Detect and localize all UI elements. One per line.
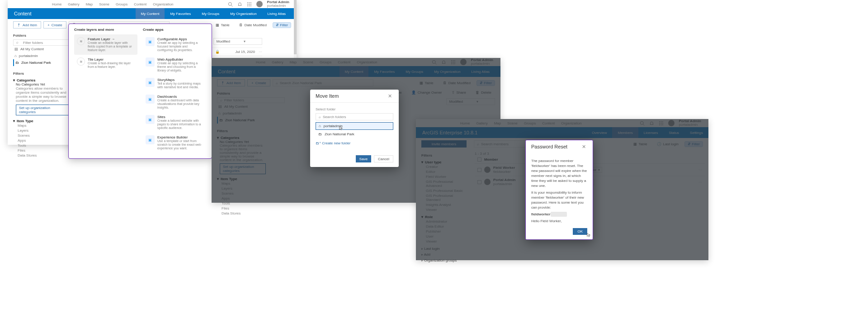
- mouse-cursor: [587, 233, 591, 237]
- filter-item-type-toggle[interactable]: ▾Item Type: [13, 119, 70, 123]
- svg-point-10: [250, 5, 251, 6]
- user-block[interactable]: Portal Admin portaladmin: [267, 0, 289, 8]
- folder-label: Zion National Park: [21, 61, 51, 65]
- date-modified-button[interactable]: 🗓Date Modified: [236, 21, 270, 29]
- close-icon[interactable]: ✕: [388, 93, 393, 99]
- create-option-sites[interactable]: ▣SitesCreate a tailored website with pag…: [143, 112, 206, 133]
- create-option-feature-layer[interactable]: ≋Feature Layer →Create an editable layer…: [74, 34, 137, 55]
- svg-point-0: [228, 2, 231, 5]
- nav-map[interactable]: Map: [86, 2, 93, 6]
- home-icon: ⌂: [14, 54, 17, 58]
- add-item-label: Add Item: [23, 23, 37, 27]
- create-option-web-appbuilder[interactable]: ▣Web AppBuilderCreate an app by selectin…: [143, 55, 206, 75]
- create-button[interactable]: Create: [43, 21, 66, 29]
- create-option-tile-layer[interactable]: ≋Tile LayerCreate a fast-drawing tile la…: [74, 55, 137, 71]
- filter-option[interactable]: Data Stores: [222, 211, 266, 216]
- avatar[interactable]: [256, 1, 263, 7]
- apps-grid-icon[interactable]: [247, 2, 252, 7]
- app-icon: ▣: [146, 78, 155, 87]
- ok-button[interactable]: OK: [573, 228, 587, 235]
- sort-selector[interactable]: Modified: [213, 38, 262, 45]
- filters-heading: Filters: [13, 71, 70, 76]
- reset-user-line: fieldworkerxxxxxxxxx: [531, 212, 587, 217]
- filter-option[interactable]: Data Stores: [18, 153, 70, 158]
- folder-option-zion[interactable]: 🗀Zion National Park: [316, 131, 393, 138]
- reset-username: fieldworker: [531, 212, 551, 216]
- filter-option[interactable]: Apps: [18, 138, 70, 143]
- app-icon: ▣: [146, 95, 155, 104]
- filter-option[interactable]: Maps: [18, 123, 70, 128]
- top-nav: Home Gallery Map Scene Groups Content Or…: [8, 0, 297, 8]
- create-option-experience-builder[interactable]: ▣Experience BuilderUse a template or sta…: [143, 133, 206, 153]
- folders-heading: Folders: [13, 33, 70, 38]
- setup-categories-button[interactable]: Set up organization categories: [16, 105, 70, 115]
- create-option-storymaps[interactable]: ▣StoryMapsTell a story by combining maps…: [143, 75, 206, 92]
- modal-title: Move Item: [316, 93, 339, 99]
- tab-my-organization[interactable]: My Organization: [225, 8, 262, 19]
- svg-line-1: [231, 5, 232, 6]
- filter-icon: ⌕: [16, 40, 21, 45]
- filter-option[interactable]: Scenes: [18, 133, 70, 138]
- add-item-button[interactable]: ⭱Add Item: [13, 21, 41, 29]
- select-folder-label: Select folder: [316, 107, 393, 111]
- content-bar: Content My Content My Favorites My Group…: [8, 8, 297, 19]
- filter-option[interactable]: Tools: [18, 143, 70, 148]
- folder-all-my-content[interactable]: ▤All My Content: [13, 46, 70, 52]
- filter-chip[interactable]: ⇵ Filter: [273, 22, 291, 28]
- more-icon[interactable]: ⋯: [259, 50, 262, 54]
- svg-point-8: [247, 5, 248, 6]
- option-desc: Create a fast-drawing tile layer from a …: [88, 62, 135, 69]
- option-title: Experience Builder: [157, 135, 203, 139]
- layer-icon: ≋: [77, 37, 85, 45]
- filter-option[interactable]: Files: [18, 148, 70, 153]
- search-folders-placeholder: Search folders: [323, 115, 346, 119]
- nav-organization[interactable]: Organization: [153, 2, 173, 6]
- close-icon[interactable]: ✕: [582, 144, 587, 149]
- option-desc: Use a template or start from scratch to …: [157, 139, 203, 150]
- cancel-button[interactable]: Cancel: [374, 155, 393, 162]
- nav-groups[interactable]: Groups: [116, 2, 127, 6]
- folder-option-label: Zion National Park: [325, 132, 354, 136]
- nav-content[interactable]: Content: [134, 2, 146, 6]
- search-folders-input[interactable]: ⌕ Search folders: [316, 113, 393, 120]
- app-icon: ▣: [146, 37, 155, 46]
- option-desc: Tell a story by combining maps with narr…: [157, 82, 203, 89]
- nav-home[interactable]: Home: [52, 2, 61, 6]
- filter-icon: ⇵: [276, 23, 279, 27]
- scrollbar-thumb[interactable]: [294, 0, 297, 54]
- create-option-dashboards[interactable]: ▣DashboardsCreate a dashboard with data …: [143, 92, 206, 112]
- layer-icon: ≋: [77, 57, 85, 66]
- search-icon[interactable]: [228, 2, 233, 7]
- create-option-configurable-apps[interactable]: ▣Configurable AppsCreate an app by selec…: [143, 34, 206, 55]
- filter-option[interactable]: Layers: [18, 128, 70, 133]
- folder-zion[interactable]: 🗀Zion National Park: [13, 59, 70, 66]
- save-button[interactable]: Save: [356, 155, 371, 162]
- home-icon: ⌂: [319, 124, 321, 128]
- nav-gallery[interactable]: Gallery: [68, 2, 79, 6]
- tab-my-content[interactable]: My Content: [136, 8, 165, 19]
- date-modified-label: Date Modified: [245, 23, 267, 27]
- option-title: Configurable Apps: [157, 37, 203, 41]
- view-table-label: Table: [221, 23, 230, 27]
- mouse-cursor: [339, 126, 343, 130]
- tab-my-favorites[interactable]: My Favorites: [165, 8, 196, 19]
- filter-categories-toggle[interactable]: ▾Categories: [13, 78, 70, 82]
- folder-icon: 🗀: [15, 61, 19, 65]
- nav-scene[interactable]: Scene: [99, 2, 109, 6]
- tab-my-groups[interactable]: My Groups: [196, 8, 225, 19]
- option-desc: Create an app by selecting a theme and c…: [157, 62, 203, 72]
- create-new-folder-link[interactable]: 🗀⁺ Create new folder: [316, 141, 393, 145]
- bell-icon[interactable]: [237, 2, 242, 7]
- tab-living-atlas[interactable]: Living Atlas: [262, 8, 291, 19]
- folder-option-portaladmin[interactable]: ⌂portaladmin: [316, 122, 393, 130]
- option-desc: Create an app by selecting a focused tem…: [157, 41, 203, 52]
- app-icon: ▣: [146, 115, 155, 124]
- svg-point-4: [250, 2, 251, 3]
- folder-label: All My Content: [20, 47, 44, 51]
- filter-option[interactable]: Files: [222, 206, 266, 211]
- folder-label: portaladmin: [19, 54, 38, 58]
- view-table-button[interactable]: ▦Table: [212, 21, 233, 29]
- folder-portaladmin[interactable]: ⌂portaladmin: [13, 52, 70, 59]
- option-desc: Create a tailored website with pages to …: [157, 119, 203, 130]
- reset-paragraph-1: The password for member 'fieldworker' ha…: [531, 158, 587, 188]
